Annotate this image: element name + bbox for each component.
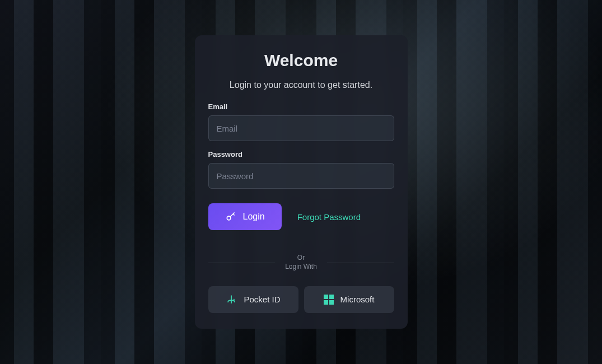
divider: Or Login With	[208, 254, 394, 271]
forgot-password-link[interactable]: Forgot Password	[297, 212, 361, 222]
pocket-id-button[interactable]: Pocket ID	[208, 286, 298, 313]
oauth-row: Pocket ID Microsoft	[208, 286, 394, 313]
password-field-group: Password	[208, 150, 394, 189]
actions-row: Login Forgot Password	[208, 203, 394, 230]
microsoft-button[interactable]: Microsoft	[304, 286, 394, 313]
divider-text-line1: Or	[285, 254, 317, 263]
key-icon	[225, 211, 236, 222]
login-button-label: Login	[243, 212, 265, 222]
email-field[interactable]	[208, 115, 394, 141]
login-card: Welcome Login to your account to get sta…	[195, 35, 408, 328]
openid-icon	[226, 294, 237, 305]
email-label: Email	[208, 102, 394, 111]
microsoft-label: Microsoft	[340, 295, 375, 304]
email-field-group: Email	[208, 102, 394, 141]
divider-line-right	[327, 263, 394, 263]
divider-line-left	[208, 263, 276, 263]
microsoft-icon	[324, 295, 334, 305]
login-button[interactable]: Login	[208, 203, 282, 230]
svg-point-0	[227, 217, 231, 221]
page-subtitle: Login to your account to get started.	[208, 80, 394, 90]
password-label: Password	[208, 150, 394, 158]
page-title: Welcome	[208, 51, 394, 70]
pocket-id-label: Pocket ID	[244, 295, 280, 304]
divider-text: Or Login With	[275, 254, 327, 271]
divider-text-line2: Login With	[285, 263, 317, 272]
password-field[interactable]	[208, 163, 394, 189]
